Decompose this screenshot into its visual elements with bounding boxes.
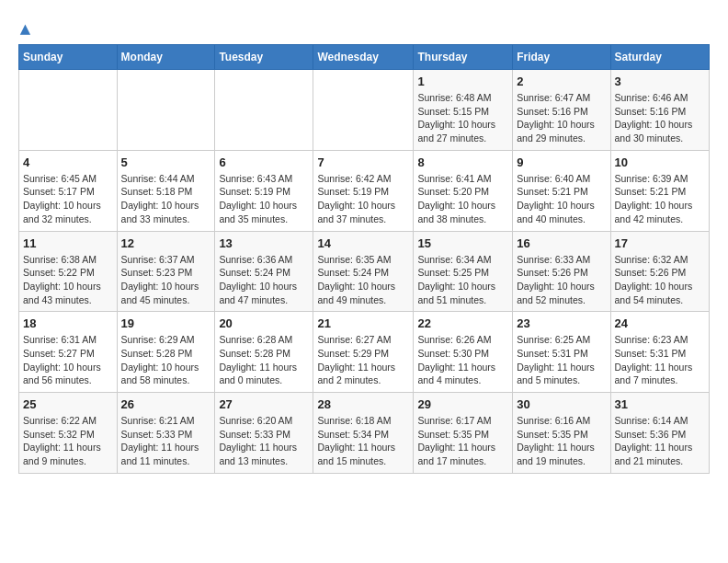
day-info: Sunrise: 6:44 AMSunset: 5:18 PMDaylight:… <box>121 172 211 226</box>
day-number: 19 <box>121 316 211 330</box>
day-cell <box>19 70 118 151</box>
day-info: Sunrise: 6:39 AMSunset: 5:21 PMDaylight:… <box>615 172 705 226</box>
day-info: Sunrise: 6:32 AMSunset: 5:26 PMDaylight:… <box>615 253 705 307</box>
day-cell <box>117 70 215 151</box>
day-info: Sunrise: 6:21 AMSunset: 5:33 PMDaylight:… <box>121 414 211 468</box>
day-cell: 16Sunrise: 6:33 AMSunset: 5:26 PMDayligh… <box>513 231 610 312</box>
day-info: Sunrise: 6:40 AMSunset: 5:21 PMDaylight:… <box>517 172 606 226</box>
day-cell: 24Sunrise: 6:23 AMSunset: 5:31 PMDayligh… <box>610 312 709 393</box>
day-cell: 5Sunrise: 6:44 AMSunset: 5:18 PMDaylight… <box>117 150 215 231</box>
day-info: Sunrise: 6:23 AMSunset: 5:31 PMDaylight:… <box>615 333 705 387</box>
day-cell: 4Sunrise: 6:45 AMSunset: 5:17 PMDaylight… <box>19 150 118 231</box>
day-number: 18 <box>23 316 113 330</box>
day-cell: 25Sunrise: 6:22 AMSunset: 5:32 PMDayligh… <box>19 393 118 474</box>
day-number: 11 <box>23 236 113 250</box>
day-cell: 30Sunrise: 6:16 AMSunset: 5:35 PMDayligh… <box>513 393 610 474</box>
day-number: 25 <box>23 397 113 411</box>
day-number: 23 <box>517 316 606 330</box>
day-number: 8 <box>417 155 508 169</box>
col-header-friday: Friday <box>513 45 610 70</box>
day-info: Sunrise: 6:36 AMSunset: 5:24 PMDaylight:… <box>219 253 309 307</box>
col-header-wednesday: Wednesday <box>313 45 414 70</box>
day-number: 24 <box>615 316 705 330</box>
day-number: 22 <box>417 316 508 330</box>
day-cell: 7Sunrise: 6:42 AMSunset: 5:19 PMDaylight… <box>313 150 414 231</box>
day-cell: 12Sunrise: 6:37 AMSunset: 5:23 PMDayligh… <box>117 231 215 312</box>
day-info: Sunrise: 6:43 AMSunset: 5:19 PMDaylight:… <box>219 172 309 226</box>
day-cell: 31Sunrise: 6:14 AMSunset: 5:36 PMDayligh… <box>610 393 709 474</box>
day-cell <box>215 70 313 151</box>
day-cell: 2Sunrise: 6:47 AMSunset: 5:16 PMDaylight… <box>513 70 610 151</box>
day-info: Sunrise: 6:18 AMSunset: 5:34 PMDaylight:… <box>317 414 409 468</box>
day-cell: 15Sunrise: 6:34 AMSunset: 5:25 PMDayligh… <box>414 231 513 312</box>
day-number: 31 <box>615 397 705 411</box>
day-number: 26 <box>121 397 211 411</box>
logo-bird-icon: ▴ <box>20 18 29 39</box>
day-number: 2 <box>517 75 606 88</box>
day-cell: 22Sunrise: 6:26 AMSunset: 5:30 PMDayligh… <box>414 312 513 393</box>
day-number: 27 <box>219 397 309 411</box>
day-cell: 6Sunrise: 6:43 AMSunset: 5:19 PMDaylight… <box>215 150 313 231</box>
day-number: 6 <box>219 155 309 169</box>
day-info: Sunrise: 6:17 AMSunset: 5:35 PMDaylight:… <box>417 414 508 468</box>
day-cell: 17Sunrise: 6:32 AMSunset: 5:26 PMDayligh… <box>610 231 709 312</box>
col-header-thursday: Thursday <box>414 45 513 70</box>
day-info: Sunrise: 6:45 AMSunset: 5:17 PMDaylight:… <box>23 172 113 226</box>
day-cell: 27Sunrise: 6:20 AMSunset: 5:33 PMDayligh… <box>215 393 313 474</box>
day-number: 5 <box>121 155 211 169</box>
week-row-3: 11Sunrise: 6:38 AMSunset: 5:22 PMDayligh… <box>19 231 710 312</box>
day-cell: 1Sunrise: 6:48 AMSunset: 5:15 PMDaylight… <box>414 70 513 151</box>
day-cell: 18Sunrise: 6:31 AMSunset: 5:27 PMDayligh… <box>19 312 118 393</box>
day-info: Sunrise: 6:38 AMSunset: 5:22 PMDaylight:… <box>23 253 113 307</box>
day-info: Sunrise: 6:34 AMSunset: 5:25 PMDaylight:… <box>417 253 508 307</box>
day-number: 20 <box>219 316 309 330</box>
col-header-monday: Monday <box>117 45 215 70</box>
day-info: Sunrise: 6:14 AMSunset: 5:36 PMDaylight:… <box>615 414 705 468</box>
day-number: 21 <box>317 316 409 330</box>
day-number: 14 <box>317 236 409 250</box>
day-number: 15 <box>417 236 508 250</box>
day-number: 3 <box>615 75 705 88</box>
day-info: Sunrise: 6:31 AMSunset: 5:27 PMDaylight:… <box>23 333 113 387</box>
day-number: 9 <box>517 155 606 169</box>
day-cell: 8Sunrise: 6:41 AMSunset: 5:20 PMDaylight… <box>414 150 513 231</box>
day-info: Sunrise: 6:26 AMSunset: 5:30 PMDaylight:… <box>417 333 508 387</box>
day-cell: 19Sunrise: 6:29 AMSunset: 5:28 PMDayligh… <box>117 312 215 393</box>
week-row-2: 4Sunrise: 6:45 AMSunset: 5:17 PMDaylight… <box>19 150 710 231</box>
day-info: Sunrise: 6:33 AMSunset: 5:26 PMDaylight:… <box>517 253 606 307</box>
day-info: Sunrise: 6:28 AMSunset: 5:28 PMDaylight:… <box>219 333 309 387</box>
day-cell: 10Sunrise: 6:39 AMSunset: 5:21 PMDayligh… <box>610 150 709 231</box>
day-info: Sunrise: 6:29 AMSunset: 5:28 PMDaylight:… <box>121 333 211 387</box>
day-number: 16 <box>517 236 606 250</box>
day-number: 13 <box>219 236 309 250</box>
day-info: Sunrise: 6:27 AMSunset: 5:29 PMDaylight:… <box>317 333 409 387</box>
day-cell: 9Sunrise: 6:40 AMSunset: 5:21 PMDaylight… <box>513 150 610 231</box>
day-info: Sunrise: 6:35 AMSunset: 5:24 PMDaylight:… <box>317 253 409 307</box>
day-info: Sunrise: 6:25 AMSunset: 5:31 PMDaylight:… <box>517 333 606 387</box>
day-cell: 26Sunrise: 6:21 AMSunset: 5:33 PMDayligh… <box>117 393 215 474</box>
day-cell: 3Sunrise: 6:46 AMSunset: 5:16 PMDaylight… <box>610 70 709 151</box>
col-header-saturday: Saturday <box>610 45 709 70</box>
day-info: Sunrise: 6:42 AMSunset: 5:19 PMDaylight:… <box>317 172 409 226</box>
day-number: 10 <box>615 155 705 169</box>
calendar-table: SundayMondayTuesdayWednesdayThursdayFrid… <box>18 44 710 474</box>
day-info: Sunrise: 6:47 AMSunset: 5:16 PMDaylight:… <box>517 91 606 145</box>
day-info: Sunrise: 6:46 AMSunset: 5:16 PMDaylight:… <box>615 91 705 145</box>
day-cell: 21Sunrise: 6:27 AMSunset: 5:29 PMDayligh… <box>313 312 414 393</box>
day-info: Sunrise: 6:37 AMSunset: 5:23 PMDaylight:… <box>121 253 211 307</box>
col-header-sunday: Sunday <box>19 45 118 70</box>
day-cell: 28Sunrise: 6:18 AMSunset: 5:34 PMDayligh… <box>313 393 414 474</box>
col-header-tuesday: Tuesday <box>215 45 313 70</box>
logo: ▴ <box>18 18 29 35</box>
day-number: 29 <box>417 397 508 411</box>
day-info: Sunrise: 6:41 AMSunset: 5:20 PMDaylight:… <box>417 172 508 226</box>
day-info: Sunrise: 6:16 AMSunset: 5:35 PMDaylight:… <box>517 414 606 468</box>
day-info: Sunrise: 6:20 AMSunset: 5:33 PMDaylight:… <box>219 414 309 468</box>
week-row-5: 25Sunrise: 6:22 AMSunset: 5:32 PMDayligh… <box>19 393 710 474</box>
day-number: 1 <box>417 75 508 88</box>
day-number: 4 <box>23 155 113 169</box>
week-row-1: 1Sunrise: 6:48 AMSunset: 5:15 PMDaylight… <box>19 70 710 151</box>
day-info: Sunrise: 6:48 AMSunset: 5:15 PMDaylight:… <box>417 91 508 145</box>
day-cell: 23Sunrise: 6:25 AMSunset: 5:31 PMDayligh… <box>513 312 610 393</box>
day-cell: 13Sunrise: 6:36 AMSunset: 5:24 PMDayligh… <box>215 231 313 312</box>
